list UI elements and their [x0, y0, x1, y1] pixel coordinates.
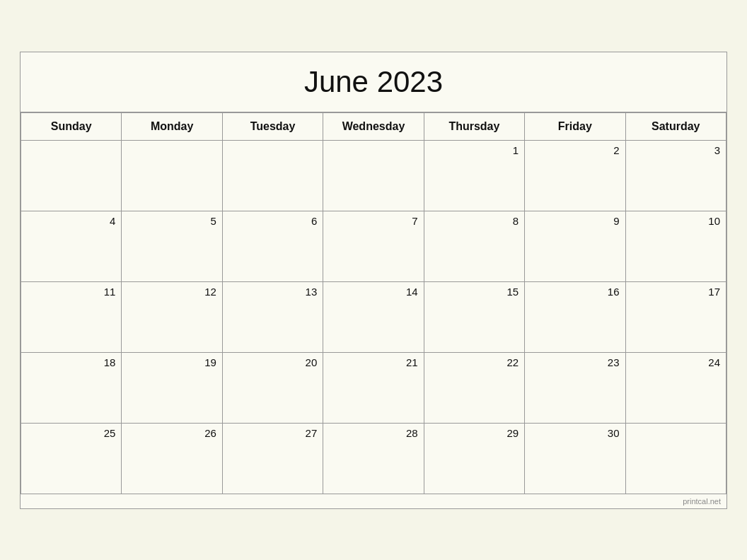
calendar-day[interactable]: 3	[625, 140, 726, 211]
calendar-day[interactable]: 18	[21, 352, 122, 423]
calendar-day[interactable]: 21	[323, 352, 424, 423]
calendar-day[interactable]: 1	[424, 140, 524, 211]
week-row-2: 45678910	[21, 211, 726, 281]
calendar-day[interactable]: 2	[525, 140, 625, 211]
calendar-day[interactable]: 17	[625, 281, 726, 352]
calendar-day[interactable]: 15	[424, 281, 524, 352]
calendar-day[interactable]: 29	[424, 423, 524, 494]
calendar-container: June 2023 Sunday Monday Tuesday Wednesda…	[20, 52, 727, 509]
col-friday: Friday	[525, 112, 625, 140]
calendar-day[interactable]: 11	[21, 281, 122, 352]
calendar-day[interactable]: 16	[525, 281, 625, 352]
header-row: Sunday Monday Tuesday Wednesday Thursday…	[21, 112, 726, 140]
calendar-day[interactable]: 9	[525, 211, 625, 281]
calendar-day[interactable]: 22	[424, 352, 524, 423]
calendar-day[interactable]: 13	[222, 281, 323, 352]
col-saturday: Saturday	[625, 112, 726, 140]
calendar-day[interactable]: 27	[222, 423, 323, 494]
calendar-day[interactable]: 19	[122, 352, 222, 423]
calendar-day[interactable]	[625, 423, 726, 494]
calendar-day[interactable]: 5	[122, 211, 222, 281]
calendar-day[interactable]	[323, 140, 424, 211]
calendar-day[interactable]: 28	[323, 423, 424, 494]
calendar-day[interactable]: 14	[323, 281, 424, 352]
col-sunday: Sunday	[21, 112, 122, 140]
calendar-table: Sunday Monday Tuesday Wednesday Thursday…	[21, 112, 726, 494]
calendar-day[interactable]	[222, 140, 323, 211]
calendar-day[interactable]	[122, 140, 222, 211]
calendar-day[interactable]: 10	[625, 211, 726, 281]
calendar-day[interactable]: 30	[525, 423, 625, 494]
week-row-4: 18192021222324	[21, 352, 726, 423]
calendar-day[interactable]: 24	[625, 352, 726, 423]
calendar-day[interactable]	[21, 140, 122, 211]
col-thursday: Thursday	[424, 112, 524, 140]
calendar-day[interactable]: 25	[21, 423, 122, 494]
week-row-1: 123	[21, 140, 726, 211]
week-row-3: 11121314151617	[21, 281, 726, 352]
calendar-day[interactable]: 26	[122, 423, 222, 494]
watermark: printcal.net	[21, 494, 726, 508]
calendar-day[interactable]: 20	[222, 352, 323, 423]
calendar-day[interactable]: 23	[525, 352, 625, 423]
calendar-day[interactable]: 7	[323, 211, 424, 281]
calendar-day[interactable]: 12	[122, 281, 222, 352]
col-tuesday: Tuesday	[222, 112, 323, 140]
calendar-title: June 2023	[21, 52, 726, 112]
col-monday: Monday	[122, 112, 222, 140]
calendar-day[interactable]: 8	[424, 211, 524, 281]
calendar-day[interactable]: 6	[222, 211, 323, 281]
week-row-5: 252627282930	[21, 423, 726, 494]
calendar-day[interactable]: 4	[21, 211, 122, 281]
col-wednesday: Wednesday	[323, 112, 424, 140]
